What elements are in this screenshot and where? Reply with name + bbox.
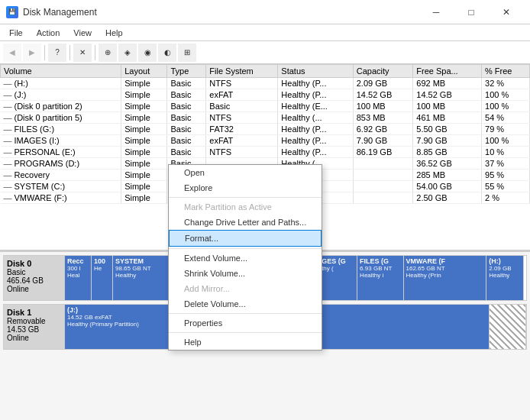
context-menu-item-explore[interactable]: Explore: [169, 180, 322, 195]
toolbar: ◀ ▶ ? ✕ ⊕ ◈ ◉ ◐ ⊞: [0, 41, 530, 64]
context-menu-item-add-mirror---: Add Mirror...: [169, 281, 322, 296]
disk-1-type: Removable: [7, 317, 61, 325]
toolbar-btn-5[interactable]: ◈: [118, 44, 137, 62]
context-menu-item-mark-partition-as-active: Mark Partition as Active: [169, 199, 322, 215]
disk-0-type: Basic: [7, 268, 61, 276]
context-menu-item-change-drive-letter-and-paths---[interactable]: Change Drive Letter and Paths...: [169, 215, 322, 230]
menu-file[interactable]: File: [3, 27, 29, 39]
table-row[interactable]: ―FILES (G:)SimpleBasicFAT32Healthy (P...…: [1, 124, 530, 135]
col-filesystem[interactable]: File System: [206, 65, 278, 78]
context-menu-item-help[interactable]: Help: [169, 334, 322, 350]
cancel-toolbar-button[interactable]: ✕: [73, 44, 92, 62]
disk-1-info: Disk 1 Removable 14.53 GB Online: [4, 305, 65, 349]
table-row[interactable]: ―(J:)SimpleBasicexFATHealthy (P...14.52 …: [1, 89, 530, 101]
app-icon: 💾: [6, 6, 18, 18]
context-menu-item-shrink-volume---[interactable]: Shrink Volume...: [169, 266, 322, 281]
disk-0-part-vmware[interactable]: VMWARE (F 162.65 GB NT Healthy (Prin: [404, 256, 487, 300]
context-menu-separator: [169, 197, 322, 198]
disk-0-info: Disk 0 Basic 465.64 GB Online: [4, 256, 65, 300]
col-volume[interactable]: Volume: [1, 65, 121, 78]
disk-1-part-unalloc: [490, 305, 526, 349]
back-button[interactable]: ◀: [3, 44, 21, 62]
disk-1-size: 14.53 GB: [7, 325, 61, 334]
col-status[interactable]: Status: [278, 65, 353, 78]
minimize-button[interactable]: ─: [419, 0, 454, 24]
window-controls: ─ □ ✕: [419, 0, 524, 24]
col-layout[interactable]: Layout: [121, 65, 167, 78]
menu-help[interactable]: Help: [99, 27, 129, 39]
disk-0-part-h[interactable]: (H:) 2.09 GB Healthy: [486, 256, 523, 300]
forward-button[interactable]: ▶: [23, 44, 41, 62]
toolbar-sep-3: [95, 45, 95, 60]
disk-1-status: Online: [7, 334, 61, 342]
context-menu-item-format---[interactable]: Format...: [169, 230, 322, 247]
maximize-button[interactable]: □: [454, 0, 489, 24]
col-type[interactable]: Type: [167, 65, 206, 78]
disk-1-name: Disk 1: [7, 308, 61, 317]
context-menu-item-extend-volume---[interactable]: Extend Volume...: [169, 250, 322, 266]
col-capacity[interactable]: Capacity: [353, 65, 413, 78]
close-button[interactable]: ✕: [489, 0, 524, 24]
title-bar: 💾 Disk Management ─ □ ✕: [0, 0, 530, 24]
disk-0-part-files[interactable]: FILES (G 6.93 GB NT Healthy i: [357, 256, 403, 300]
toolbar-btn-8[interactable]: ⊞: [178, 44, 196, 62]
menu-bar: File Action View Help: [0, 24, 530, 41]
menu-action[interactable]: Action: [31, 27, 66, 39]
context-menu-separator: [169, 248, 322, 249]
disk-0-status: Online: [7, 285, 61, 293]
col-pctfree[interactable]: % Free: [482, 65, 530, 78]
table-row[interactable]: ―PERSONAL (E:)SimpleBasicNTFSHealthy (P.…: [1, 147, 530, 158]
toolbar-btn-7[interactable]: ◐: [158, 44, 176, 62]
context-menu: OpenExploreMark Partition as ActiveChang…: [168, 164, 322, 351]
table-row[interactable]: ―IMAGES (I:)SimpleBasicexFATHealthy (P..…: [1, 135, 530, 147]
toolbar-btn-6[interactable]: ◉: [138, 44, 157, 62]
context-menu-item-delete-volume---[interactable]: Delete Volume...: [169, 296, 322, 312]
table-row[interactable]: ―(Disk 0 partition 5)SimpleBasicNTFSHeal…: [1, 112, 530, 124]
table-row[interactable]: ―(H:)SimpleBasicNTFSHealthy (P...2.09 GB…: [1, 78, 530, 89]
context-menu-separator: [169, 313, 322, 314]
disk-0-size: 465.64 GB: [7, 276, 61, 285]
disk-0-part-recovery[interactable]: Recc 300 I Heal: [65, 256, 92, 300]
help-toolbar-button[interactable]: ?: [48, 44, 66, 62]
disk-0-part-100mb[interactable]: 100 He: [92, 256, 113, 300]
col-freespace[interactable]: Free Spa...: [413, 65, 482, 78]
window-title: Disk Management: [23, 7, 97, 18]
disk-0-name: Disk 0: [7, 259, 61, 268]
context-menu-separator: [169, 332, 322, 333]
toolbar-sep-2: [69, 45, 70, 60]
context-menu-item-open[interactable]: Open: [169, 165, 322, 180]
context-menu-item-properties[interactable]: Properties: [169, 315, 322, 331]
menu-view[interactable]: View: [67, 27, 98, 39]
toolbar-btn-4[interactable]: ⊕: [99, 44, 117, 62]
toolbar-sep-1: [44, 45, 45, 60]
table-row[interactable]: ―(Disk 0 partition 2)SimpleBasicBasicHea…: [1, 101, 530, 112]
